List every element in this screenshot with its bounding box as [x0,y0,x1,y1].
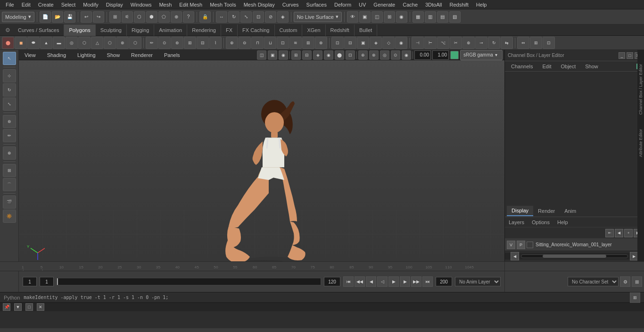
menu-file[interactable]: File [2,0,18,9]
menu-3dtall[interactable]: 3DtoAll [421,0,446,9]
tab-fx[interactable]: FX [221,24,238,36]
merge-btn[interactable]: ⊕ [226,37,238,49]
layer-type-toggle[interactable] [527,242,533,248]
disp-btn1[interactable]: ▦ [413,11,424,23]
current-frame-display[interactable]: 1 [23,277,37,286]
multicut-btn[interactable]: ✂ [450,37,462,49]
panel-maximize[interactable]: □ [627,52,633,59]
select-tool-btn[interactable]: ⊞ [109,11,121,23]
remesh-btn[interactable]: ⊞ [302,37,314,49]
snap-grid-left[interactable]: ⊞ [3,164,16,177]
tab-animation[interactable]: Animation [154,24,187,36]
pyramid-btn[interactable]: △ [91,37,103,49]
menu-display[interactable]: Display [102,0,127,9]
tab-show[interactable]: Show [581,62,603,71]
menu-windows[interactable]: Windows [127,0,156,9]
smooth-btn[interactable]: ≋ [289,37,302,49]
open-btn[interactable]: 📂 [52,11,63,23]
layer-vis-toggle[interactable]: V [507,241,515,249]
bridge-btn[interactable]: ⊟ [344,37,356,49]
layer-playback-toggle[interactable]: P [517,241,525,249]
tab-channels[interactable]: Channels [507,62,537,71]
menu-mesh[interactable]: Mesh [155,0,175,9]
render-left[interactable]: 🔆 [3,210,16,223]
viewport-panels[interactable]: Panels [160,50,184,60]
layer-nav-prev[interactable]: ◀ [615,229,623,237]
disp-btn2[interactable]: ▥ [425,11,436,23]
scrollbar-track[interactable] [521,254,628,258]
rotate-tool-left[interactable]: ↻ [3,83,16,97]
nonlinear-btn[interactable]: ⌇ [209,37,222,49]
vp-cam3-btn[interactable]: ◉ [279,50,288,60]
char-set-settings[interactable]: ⚙ [620,276,630,287]
pb-goto-end[interactable]: ⏭ [422,276,433,287]
vp-show1[interactable]: ⊞ [291,50,301,60]
vp-snap5[interactable]: ◉ [402,50,411,60]
script-editor-btn[interactable]: ⊞ [630,292,640,303]
range-start-input[interactable]: 1 [40,277,54,286]
range-end-input[interactable] [324,277,340,286]
menu-deform[interactable]: Deform [330,0,355,9]
panel-minimize[interactable]: _ [619,52,625,59]
cam-btn3[interactable]: ◫ [372,11,383,23]
live-surface-dropdown[interactable]: No Live Surface ▾ [294,12,342,22]
menu-surfaces[interactable]: Surfaces [303,0,330,9]
tab-fx-caching[interactable]: FX Caching [238,24,274,36]
menu-curves[interactable]: Curves [279,0,303,9]
fill-btn[interactable]: ▣ [357,37,369,49]
menu-select[interactable]: Select [58,0,80,9]
retopo-btn[interactable]: ⊗ [315,37,327,49]
btn11[interactable]: ⊡ [253,11,264,23]
pb-play-fwd[interactable]: ▶ [388,276,399,287]
anim-layer-dropdown[interactable]: No Anim Layer [455,277,501,286]
char-set-extra[interactable]: ⊞ [632,276,642,287]
mirror-btn[interactable]: ⇔ [517,37,529,49]
vp-col-btn[interactable]: ⬤ [335,50,344,60]
layers-menu-layers[interactable]: Layers [507,219,526,225]
menu-create[interactable]: Create [34,0,58,9]
vp-color-swatch[interactable] [450,51,459,59]
viewport-shading[interactable]: Shading [43,50,70,60]
vp-snap3[interactable]: ◎ [380,50,389,60]
vp-show2[interactable]: ⊟ [302,50,312,60]
pivot-left[interactable]: ⊕ [3,146,16,160]
boolinter-btn[interactable]: ⊡ [277,37,289,49]
disp-btn4[interactable]: ▧ [449,11,461,23]
paint-left[interactable]: ✏ [3,129,16,142]
menu-cache[interactable]: Cache [399,0,421,9]
bevel-btn[interactable]: ⌥ [437,37,449,49]
menu-redshift[interactable]: Redshift [446,0,472,9]
torus-btn[interactable]: ◎ [66,37,78,49]
viewport-show[interactable]: Show [103,50,124,60]
layer-nav-add[interactable]: + [624,229,633,237]
vp-cam-btn[interactable]: ◫ [257,50,266,60]
viewport-lighting[interactable]: Lighting [74,50,99,60]
gamma-dropdown[interactable]: sRGB gamma ▾ [460,50,503,60]
vp-snap4[interactable]: ⊙ [391,50,400,60]
pipe-btn[interactable]: ⬡ [104,37,116,49]
pb-next-frame[interactable]: ▶ [400,276,410,287]
sculpt-btn[interactable]: ✏ [146,37,158,49]
bottom-panel-close[interactable]: ✕ [37,303,44,311]
lasso-btn[interactable]: ⚟ [122,11,133,23]
wedge-btn[interactable]: ◇ [382,37,395,49]
disp-btn3[interactable]: ▤ [437,11,448,23]
open-script-editor[interactable]: ⊞ [630,292,640,303]
character-set-dropdown[interactable]: No Character Set [568,277,619,286]
settings-icon[interactable]: ⚙ [2,24,13,36]
lattice-btn[interactable]: ⊞ [184,37,196,49]
vp-value2[interactable] [432,50,449,60]
pb-next-key[interactable]: ▶▶ [411,276,421,287]
cam-btn4[interactable]: ⊞ [384,11,395,23]
menu-edit-mesh[interactable]: Edit Mesh [175,0,206,9]
anim-end-input[interactable] [436,277,452,286]
tab-display[interactable]: Display [507,206,533,216]
circularize-btn[interactable]: ◉ [395,37,407,49]
poke-btn[interactable]: ◈ [370,37,382,49]
flip-btn[interactable]: ⇆ [501,37,513,49]
pb-play-back[interactable]: ◁ [377,276,388,287]
new-scene-btn[interactable]: 📄 [40,11,51,23]
tab-polygons[interactable]: Polygons [64,24,95,36]
save-btn[interactable]: 💾 [64,11,75,23]
paint-btn[interactable]: ⊙ [158,37,171,49]
